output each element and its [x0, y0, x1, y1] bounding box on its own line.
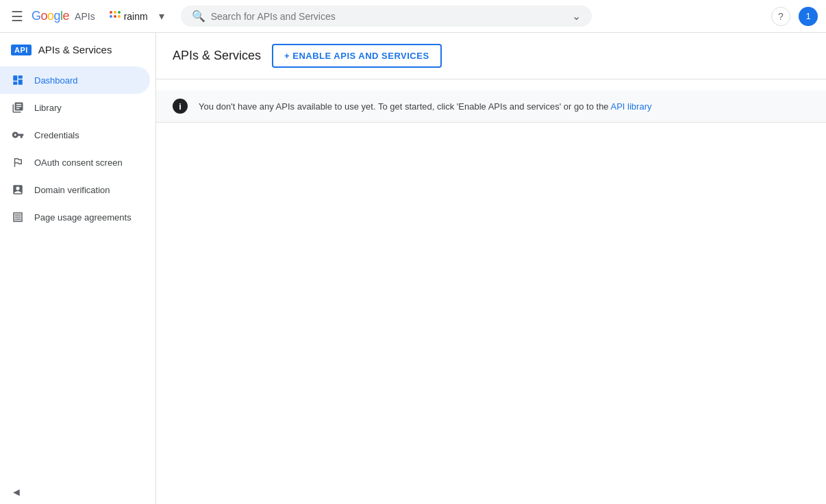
sidebar-item-oauth[interactable]: OAuth consent screen: [0, 149, 150, 176]
menu-icon[interactable]: ☰: [8, 5, 26, 27]
sidebar-nav: Dashboard Library Credentials: [0, 66, 155, 481]
search-icon: 🔍: [192, 10, 205, 23]
user-avatar[interactable]: 1: [799, 7, 818, 26]
sidebar-collapse-button[interactable]: ◄: [0, 481, 155, 504]
sidebar-item-library-label: Library: [34, 103, 62, 113]
search-bar: 🔍 ⌄: [181, 5, 592, 27]
help-button[interactable]: ?: [771, 7, 790, 26]
oauth-icon: [11, 156, 25, 168]
project-name: rainm: [124, 11, 148, 22]
api-badge: API: [11, 45, 32, 55]
sidebar-item-oauth-label: OAuth consent screen: [34, 158, 123, 168]
content-area: APIs & Services + ENABLE APIS AND SERVIC…: [156, 33, 826, 504]
search-input[interactable]: [211, 11, 566, 22]
topbar: ☰ Google APIs rainm ▾ 🔍 ⌄ ? 1: [0, 0, 826, 33]
credentials-icon: [11, 129, 25, 141]
sidebar-item-page-usage[interactable]: Page usage agreements: [0, 203, 150, 231]
sidebar-item-library[interactable]: Library: [0, 94, 150, 121]
sidebar-item-credentials-label: Credentials: [34, 130, 79, 140]
main-layout: API APIs & Services Dashboard Library: [0, 33, 826, 504]
sidebar-item-credentials[interactable]: Credentials: [0, 121, 150, 149]
svg-point-0: [110, 11, 112, 14]
api-library-link[interactable]: API library: [611, 101, 652, 112]
google-logo: Google APIs: [32, 9, 95, 23]
sidebar-header: API APIs & Services: [0, 38, 155, 66]
info-icon: i: [173, 99, 188, 114]
collapse-icon: ◄: [11, 486, 22, 499]
sidebar-item-domain[interactable]: Domain verification: [0, 176, 150, 203]
sidebar-item-dashboard[interactable]: Dashboard: [0, 66, 150, 94]
svg-point-4: [114, 15, 116, 18]
project-selector[interactable]: rainm: [103, 8, 153, 25]
dots-grid-icon: [109, 10, 121, 23]
svg-point-5: [118, 15, 121, 18]
sidebar-item-dashboard-label: Dashboard: [34, 75, 78, 86]
sidebar-title: APIs & Services: [38, 44, 112, 55]
domain-icon: [11, 184, 25, 196]
sidebar-item-page-usage-label: Page usage agreements: [34, 212, 132, 223]
info-text: You don't have any APIs available to use…: [199, 101, 651, 112]
page-usage-icon: [11, 211, 25, 223]
content-header: APIs & Services + ENABLE APIS AND SERVIC…: [156, 33, 826, 79]
project-icon: [109, 10, 121, 23]
info-message-prefix: You don't have any APIs available to use…: [199, 101, 611, 112]
page-title: APIs & Services: [173, 49, 261, 63]
sidebar-item-domain-label: Domain verification: [34, 185, 110, 195]
library-icon: [11, 101, 25, 114]
sidebar: API APIs & Services Dashboard Library: [0, 33, 156, 504]
dashboard-icon: [11, 74, 25, 86]
topbar-right: ? 1: [771, 7, 818, 26]
svg-point-3: [110, 15, 112, 18]
svg-point-1: [114, 11, 116, 14]
svg-point-2: [118, 11, 121, 14]
project-dropdown-icon[interactable]: ▾: [159, 10, 164, 23]
info-banner: i You don't have any APIs available to u…: [156, 90, 826, 123]
enable-apis-button[interactable]: + ENABLE APIS AND SERVICES: [272, 44, 442, 68]
apis-label: APIs: [75, 11, 95, 22]
google-wordmark: Google: [32, 9, 69, 23]
search-dropdown-icon[interactable]: ⌄: [572, 10, 581, 23]
